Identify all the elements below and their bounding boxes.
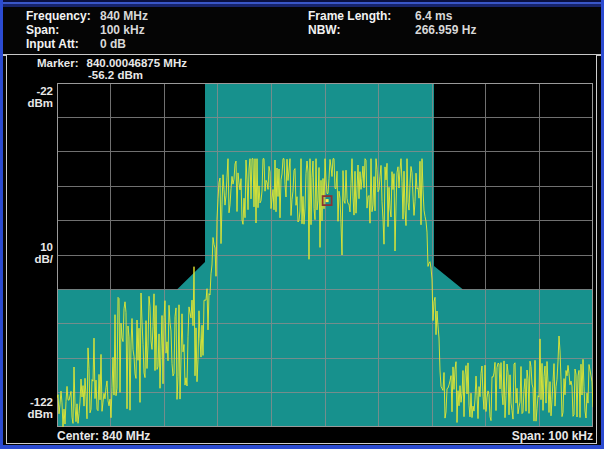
frequency-value: 840 MHz [100,9,148,23]
header-field-frame-length: Frame Length: 6.4 ms [308,9,476,23]
header-field-nbw: NBW: 266.959 Hz [308,23,476,37]
y-axis-top-label: -22 dBm [0,86,53,109]
header-field-input-att: Input Att: 0 dB [26,37,148,51]
frequency-label: Frequency: [26,9,100,23]
spectrum-analyzer-screen: Frequency: 840 MHz Span: 100 kHz Input A… [0,0,604,449]
frame-bottom-border [0,445,604,449]
frame-length-value: 6.4 ms [415,9,452,23]
frame-top-border [0,0,604,7]
frame-length-label: Frame Length: [308,9,415,23]
span-value: 100 kHz [100,23,145,37]
frame-left-border [0,0,3,449]
header-left-column: Frequency: 840 MHz Span: 100 kHz Input A… [26,9,148,51]
spectrum-plot-area [57,83,593,427]
header-field-frequency: Frequency: 840 MHz [26,9,148,23]
y-axis-scale-label: 10 dB/ [0,242,53,265]
marker-frequency-value: 840.00046875 MHz [87,57,187,69]
input-att-label: Input Att: [26,37,100,51]
marker-dot-icon [326,199,329,202]
spectrum-svg [57,83,593,427]
header-field-span: Span: 100 kHz [26,23,148,37]
center-frequency-label: Center: 840 MHz [57,429,150,443]
span-footer-label: Span: 100 kHz [512,429,593,443]
y-axis-bottom-label: -122 dBm [0,397,53,420]
span-label: Span: [26,23,100,37]
marker-label: Marker: [37,57,79,69]
marker-readout: Marker:840.00046875 MHz [37,57,187,69]
nbw-value: 266.959 Hz [415,23,476,37]
marker-amplitude-value: -56.2 dBm [88,69,143,81]
nbw-label: NBW: [308,23,415,37]
input-att-value: 0 dB [100,37,126,51]
header-right-column: Frame Length: 6.4 ms NBW: 266.959 Hz [308,9,476,37]
